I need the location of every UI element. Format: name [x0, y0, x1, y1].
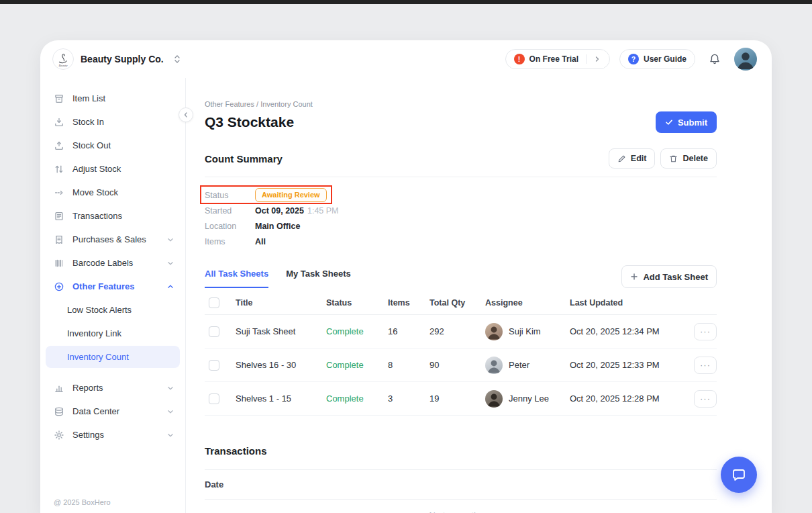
sidebar-item-label: Inventory Link [67, 328, 121, 338]
user-avatar[interactable] [734, 48, 757, 71]
select-all-checkbox[interactable] [209, 297, 219, 308]
sidebar-item-low-stock-alerts[interactable]: Low Stock Alerts [40, 298, 185, 322]
chevron-down-icon [166, 431, 174, 439]
transactions-date-column: Date [205, 479, 717, 490]
app-window: Beauty Beauty Supply Co. ! On Free Trial… [40, 40, 772, 513]
table-row[interactable]: Shelves 1 - 15 Complete 3 19 Jenny Lee O… [205, 382, 717, 416]
sidebar-item-stock-in[interactable]: Stock In [40, 110, 185, 134]
person-silhouette-icon [485, 323, 503, 340]
task-sheet-total-qty: 292 [429, 326, 485, 336]
task-sheet-title[interactable]: Suji Task Sheet [236, 326, 326, 336]
column-title: Title [236, 298, 326, 308]
task-sheet-title[interactable]: Shelves 1 - 15 [236, 393, 326, 404]
task-sheet-status: Complete [326, 393, 388, 404]
database-icon [54, 406, 64, 417]
sidebar-item-purchases-sales[interactable]: Purchases & Sales [40, 228, 185, 251]
column-total-qty: Total Qty [429, 298, 485, 308]
sidebar-item-move-stock[interactable]: Move Stock [40, 181, 185, 204]
table-row[interactable]: Suji Task Sheet Complete 16 292 Suji Kim… [205, 315, 717, 348]
table-row[interactable]: Shelves 16 - 30 Complete 8 90 Peter Oct … [205, 348, 717, 382]
user-guide-label: User Guide [644, 54, 687, 64]
pill-divider [586, 54, 587, 64]
sidebar-collapse-button[interactable] [179, 107, 193, 122]
ellipsis-icon: ··· [700, 394, 711, 403]
person-silhouette-icon [485, 390, 503, 408]
task-sheet-status: Complete [326, 360, 388, 370]
dashed-arrow-right-icon [54, 187, 64, 198]
chevron-down-icon [166, 259, 174, 267]
page-title: Q3 Stocktake [205, 114, 294, 130]
arrow-down-tray-icon [54, 117, 64, 128]
ellipsis-icon: ··· [700, 361, 711, 369]
add-task-sheet-button[interactable]: Add Task Sheet [621, 265, 717, 288]
archive-box-icon [54, 93, 64, 104]
receipt-icon [54, 234, 64, 245]
user-guide-button[interactable]: ? User Guide [619, 49, 695, 69]
task-sheet-items: 3 [388, 393, 429, 404]
sidebar-item-inventory-count[interactable]: Inventory Count [46, 346, 180, 368]
row-menu-button[interactable]: ··· [694, 390, 717, 408]
sidebar-item-barcode-labels[interactable]: Barcode Labels [40, 251, 185, 275]
column-assignee: Assignee [485, 298, 570, 308]
sidebar-item-transactions[interactable]: Transactions [40, 204, 185, 228]
sidebar-item-other-features[interactable]: Other Features [40, 275, 185, 298]
location-label: Location [205, 222, 255, 231]
sidebar-item-inventory-link[interactable]: Inventory Link [40, 322, 185, 345]
sidebar-item-reports[interactable]: Reports [40, 376, 185, 400]
sidebar-item-label: Other Features [72, 281, 134, 291]
topbar-actions: ! On Free Trial ? User Guide [505, 48, 757, 71]
last-updated: Oct 20, 2025 12:33 PM [570, 360, 694, 370]
company-switcher-icon[interactable] [174, 54, 181, 64]
assignee-name: Suji Kim [509, 326, 541, 336]
submit-button[interactable]: Submit [656, 111, 717, 133]
row-checkbox[interactable] [209, 326, 219, 337]
location-value: Main Office [255, 222, 300, 231]
plus-circle-icon [54, 281, 64, 292]
sidebar-item-label: Stock In [72, 117, 104, 127]
row-checkbox[interactable] [209, 393, 219, 404]
sidebar-item-item-list[interactable]: Item List [40, 87, 185, 110]
sidebar-item-settings[interactable]: Settings [40, 423, 185, 447]
status-label: Status [205, 191, 255, 200]
ellipsis-icon: ··· [700, 327, 711, 336]
row-checkbox[interactable] [209, 360, 219, 371]
trash-icon [669, 154, 678, 163]
row-menu-button[interactable]: ··· [694, 323, 717, 340]
task-sheet-items: 8 [388, 360, 429, 370]
sidebar-item-adjust-stock[interactable]: Adjust Stock [40, 157, 185, 181]
transactions-heading: Transactions [205, 445, 717, 457]
company-switcher[interactable]: Beauty Beauty Supply Co. [52, 48, 181, 70]
delete-button[interactable]: Delete [660, 148, 717, 169]
sidebar-item-label: Settings [72, 430, 104, 440]
barcode-icon [54, 258, 64, 269]
sidebar-item-label: Inventory Count [67, 352, 129, 362]
sidebar-item-label: Item List [72, 93, 105, 103]
edit-button[interactable]: Edit [609, 148, 656, 169]
sidebar-item-stock-out[interactable]: Stock Out [40, 134, 185, 157]
plus-icon [630, 273, 638, 281]
main-content: Other Features / Inventory Count Q3 Stoc… [186, 78, 772, 513]
sidebar-item-data-center[interactable]: Data Center [40, 400, 185, 423]
task-sheet-status: Complete [326, 326, 388, 336]
tab-my-task-sheets[interactable]: My Task Sheets [286, 269, 351, 288]
sidebar: Item List Stock In Stock Out Adjust Stoc… [40, 78, 186, 513]
pencil-icon [617, 154, 626, 163]
row-menu-button[interactable]: ··· [694, 357, 717, 374]
sidebar-item-label: Reports [72, 383, 103, 393]
tab-all-task-sheets[interactable]: All Task Sheets [205, 269, 268, 288]
status-field: Status Awaiting Review [205, 187, 717, 203]
company-name: Beauty Supply Co. [81, 54, 164, 64]
free-trial-button[interactable]: ! On Free Trial [505, 49, 610, 69]
location-field: Location Main Office [205, 218, 717, 234]
notifications-button[interactable] [705, 53, 725, 65]
chevron-down-icon [166, 408, 174, 416]
breadcrumb[interactable]: Other Features / Inventory Count [205, 100, 717, 108]
column-status: Status [326, 298, 388, 308]
copyright-text: @ 2025 BoxHero [54, 498, 111, 506]
chat-support-button[interactable] [721, 457, 757, 493]
check-icon [665, 118, 673, 126]
task-sheet-title[interactable]: Shelves 16 - 30 [236, 360, 326, 370]
person-silhouette-icon [734, 48, 757, 71]
sidebar-item-label: Move Stock [72, 187, 118, 197]
swan-icon [59, 61, 66, 63]
